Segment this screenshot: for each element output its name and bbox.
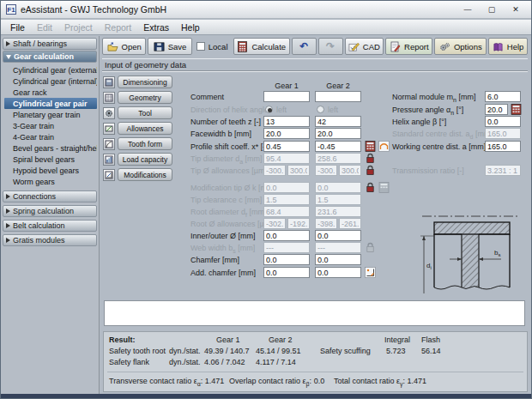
- help-label: Help: [507, 42, 524, 51]
- sidebar-section-label: Connections: [13, 192, 56, 201]
- safety-tooth-root-gear1-value: 49.39 / 140.7: [204, 347, 250, 355]
- pressure-angle-input[interactable]: [485, 104, 508, 115]
- maximize-button[interactable]: ▢: [481, 3, 502, 16]
- transmission-ratio-input: [485, 165, 521, 176]
- gears-icon: [439, 41, 450, 52]
- sidebar-item-cylindrical-gear-external[interactable]: Cylindrical gear (external): [4, 64, 97, 76]
- web-width-lock-icon: [365, 242, 376, 253]
- root-allowance-gear2-upper-input: [339, 218, 361, 229]
- add-chamfer-gear2-input[interactable]: [315, 267, 361, 278]
- sidebar-item-cylindrical-gear-pair[interactable]: Cylindrical gear pair: [4, 98, 97, 109]
- sidebar-item-hypoid-bevel-gears[interactable]: Hypoid bevel gears: [4, 165, 97, 176]
- redo-icon: ↷: [326, 42, 335, 51]
- normal-module-input[interactable]: [485, 91, 521, 102]
- sidebar-item-cylindrical-gear-internal[interactable]: Cylindrical gear (internal): [4, 76, 97, 87]
- result-integral-header: Integral: [384, 336, 410, 344]
- sidebar-section-gratis-modules[interactable]: Gratis modules: [3, 234, 97, 246]
- calculate-button[interactable]: Calculate: [233, 38, 290, 55]
- local-checkbox[interactable]: Local: [194, 38, 232, 55]
- sidebar-section-spring-calculation[interactable]: Spring calculation: [3, 205, 97, 217]
- menu-report: Report: [99, 21, 138, 33]
- toolbar: Open Save Local Calculate ↶: [102, 38, 528, 56]
- add-chamfer-gear1-input[interactable]: [263, 267, 310, 278]
- menu-help[interactable]: Help: [175, 21, 206, 33]
- safety-scuffing-flash-value: 56.14: [421, 347, 441, 355]
- chevron-right-icon: [6, 223, 10, 228]
- sidebar-item-spiral-bevel-gears[interactable]: Spiral bevel gears: [4, 154, 97, 165]
- root-allowance-gear1-upper-input: [287, 218, 310, 229]
- safety-flank-gear1-value: 4.06 / 7.042: [204, 358, 245, 366]
- chamfer-gear1-input[interactable]: [263, 254, 310, 265]
- close-button[interactable]: ✕: [505, 3, 526, 16]
- working-centre-distance-label: Working centre dist. a [mm]: [392, 142, 486, 151]
- calculate-label: Calculate: [251, 42, 286, 51]
- chevron-right-icon: [6, 194, 10, 199]
- helix-angle-input[interactable]: [485, 116, 521, 127]
- menu-file[interactable]: File: [4, 21, 31, 33]
- working-centre-distance-input[interactable]: [485, 141, 521, 152]
- save-label: Save: [168, 42, 187, 51]
- overlap-contact-ratio: Overlap contact ratio εβ: 0.0: [229, 377, 324, 387]
- save-disk-icon: [154, 41, 165, 52]
- modification-tip-lock-icon[interactable]: [365, 182, 376, 193]
- cad-button[interactable]: CAD: [345, 38, 384, 55]
- total-contact-ratio: Total contact ratio εγ: 1.471: [334, 377, 426, 387]
- helix-angle-label: Helix angle β [°]: [392, 118, 446, 126]
- sidebar-item-bevel-gears[interactable]: Bevel gears - straight/helical: [4, 142, 97, 154]
- modification-tip-gear2-input: [315, 182, 361, 193]
- sidebar-section-belt-calculation[interactable]: Belt calculation: [3, 220, 97, 232]
- report-button[interactable]: Report: [385, 38, 432, 55]
- title-bar: F1 eAssistant - GWJ Technology GmbH — ▢ …: [1, 1, 531, 19]
- local-label: Local: [209, 42, 228, 51]
- minimize-button[interactable]: —: [457, 3, 478, 16]
- sidebar-item-3-gear-train[interactable]: 3-Gear train: [4, 120, 97, 131]
- inner-outer-gear1-input[interactable]: [263, 230, 310, 241]
- help-button[interactable]: Help: [488, 38, 528, 55]
- root-allowances-label: Root Ø allowances [µm]: [190, 220, 273, 228]
- chevron-right-icon: [6, 41, 10, 46]
- report-icon: [390, 41, 401, 52]
- sidebar-item-4-gear-train[interactable]: 4-Gear train: [4, 131, 97, 142]
- normal-module-label: Normal module mn [mm]: [392, 93, 475, 103]
- transverse-contact-ratio: Transverse contact ratio εα: 1.471: [109, 377, 224, 387]
- sidebar-section-label: Gratis modules: [13, 236, 65, 245]
- svg-text:di: di: [426, 262, 432, 270]
- safety-flank-mode: dyn./stat.: [169, 358, 201, 366]
- menu-bar: File Edit Project Report Extras Help: [1, 20, 531, 35]
- inner-outer-label: Inner/outer Ø [mm]: [190, 232, 256, 240]
- cad-label: CAD: [363, 42, 380, 51]
- options-button[interactable]: Options: [434, 38, 487, 55]
- main-panel: Open Save Local Calculate ↶: [100, 36, 531, 394]
- redo-button: ↷: [318, 38, 343, 55]
- sidebar-section-label: Shaft / bearings: [13, 39, 67, 48]
- add-chamfer-detail-icon[interactable]: [365, 267, 376, 278]
- chamfer-gear2-input[interactable]: [315, 254, 361, 265]
- sidebar-section-gear-calculation[interactable]: Gear calculation: [3, 51, 97, 63]
- pressure-angle-calculator-icon[interactable]: [511, 104, 522, 115]
- sidebar-section-connections[interactable]: Connections: [3, 190, 97, 203]
- open-button[interactable]: Open: [102, 38, 146, 55]
- report-label: Report: [404, 42, 429, 51]
- sidebar-item-gear-rack[interactable]: Gear rack: [4, 87, 97, 98]
- section-title: Input of geometry data: [102, 58, 528, 71]
- window-frame-bottom: [1, 394, 531, 398]
- undo-button[interactable]: ↶: [292, 38, 317, 55]
- modification-tip-calculator-icon: [378, 182, 390, 193]
- menu-edit: Edit: [31, 21, 58, 33]
- save-button[interactable]: Save: [148, 38, 191, 55]
- tip-diameter-label: Tip diameter da [mm]: [190, 154, 263, 165]
- result-gear2-header: Gear 2: [269, 336, 293, 344]
- contact-ratio-row: Transverse contact ratio εα: 1.471 Overl…: [107, 372, 523, 389]
- sidebar-item-planetary-gear-train[interactable]: Planetary gear train: [4, 109, 97, 120]
- tip-diameter-lock-icon[interactable]: [365, 153, 376, 164]
- help-book-icon: [493, 41, 504, 52]
- sidebar-section-shaft-bearings[interactable]: Shaft / bearings: [3, 38, 97, 50]
- open-folder-icon: [107, 41, 118, 52]
- nav-dimensioning[interactable]: Dimensioning: [103, 76, 172, 88]
- sidebar-item-worm-gears[interactable]: Worm gears: [4, 176, 97, 187]
- inner-outer-gear2-input[interactable]: [315, 230, 361, 241]
- root-diameter-gear1-input: [263, 206, 310, 217]
- safety-scuffing-integral-value: 5.723: [386, 347, 406, 355]
- chevron-down-icon: [6, 55, 11, 59]
- menu-extras[interactable]: Extras: [137, 21, 175, 33]
